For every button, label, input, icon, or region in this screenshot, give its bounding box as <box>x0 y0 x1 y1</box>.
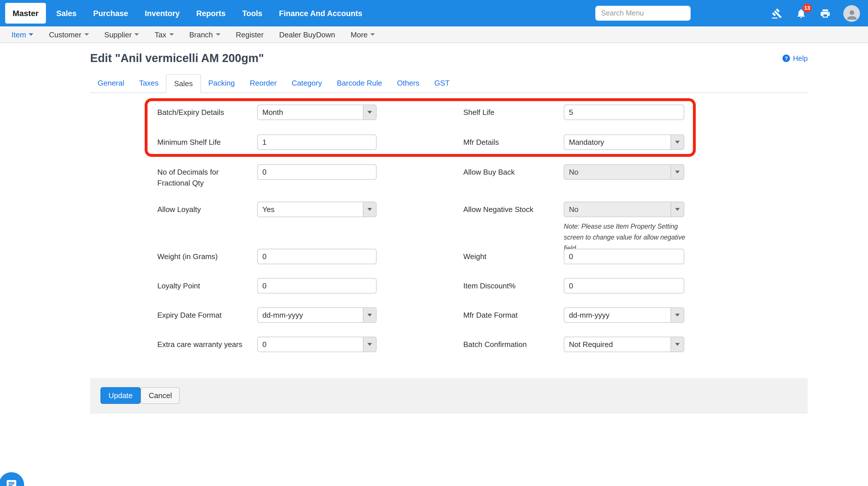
nav-finance-and-accounts[interactable]: Finance And Accounts <box>279 9 363 18</box>
allow-negative-stock-label: Allow Negative Stock <box>463 204 558 215</box>
no-of-decimals-input[interactable] <box>257 164 377 180</box>
expiry-date-format-label: Expiry Date Format <box>157 310 249 320</box>
batch-expiry-details-value: Month <box>258 105 363 119</box>
batch-confirmation-label: Batch Confirmation <box>463 339 558 350</box>
chevron-down-icon[interactable] <box>363 337 376 351</box>
subnav-branch[interactable]: Branch <box>189 30 220 39</box>
notification-badge: 13 <box>803 3 812 12</box>
nav-sales[interactable]: Sales <box>56 9 76 18</box>
tab-others[interactable]: Others <box>390 74 427 92</box>
chat-icon <box>6 479 17 486</box>
main-content: Edit "Anil vermicelli AM 200gm" ? Help G… <box>90 43 808 413</box>
printer-icon[interactable] <box>819 7 831 19</box>
weight-input[interactable] <box>564 249 684 264</box>
subnav-dealer-buydown[interactable]: Dealer BuyDown <box>279 30 335 39</box>
shelf-life-input[interactable] <box>564 105 684 120</box>
chevron-down-icon[interactable] <box>671 308 684 322</box>
allow-negative-stock-select[interactable]: No <box>564 202 684 217</box>
form-row: Allow Loyalty Yes Allow Negative Stock N… <box>90 200 808 248</box>
no-of-decimals-label: No of Decimals for Fractional Qty <box>157 167 249 189</box>
chevron-down-icon[interactable] <box>671 202 684 217</box>
subnav-register[interactable]: Register <box>236 30 264 39</box>
form-row: Minimum Shelf Life Mfr Details Mandatory <box>90 133 808 163</box>
chevron-down-icon[interactable] <box>671 135 684 149</box>
expiry-date-format-value: dd-mm-yyyy <box>258 308 363 322</box>
chat-fab[interactable] <box>0 472 24 486</box>
chevron-down-icon <box>169 33 174 36</box>
form-row: Loyalty Point Item Discount% <box>90 277 808 306</box>
weight-in-grams-label: Weight (in Grams) <box>157 251 249 262</box>
expiry-date-format-select[interactable]: dd-mm-yyyy <box>257 307 377 323</box>
tab-gst[interactable]: GST <box>427 74 457 92</box>
form-row: Extra care warranty years 0 Batch Confir… <box>90 336 808 367</box>
avatar[interactable] <box>843 5 860 22</box>
tab-taxes[interactable]: Taxes <box>132 74 166 92</box>
sub-navbar: Item Customer Supplier Tax Branch Regist… <box>0 26 868 43</box>
tab-category[interactable]: Category <box>284 74 330 92</box>
minimum-shelf-life-input[interactable] <box>257 135 377 150</box>
batch-confirmation-select[interactable]: Not Required <box>564 337 684 352</box>
shelf-life-label: Shelf Life <box>463 107 558 118</box>
help-icon: ? <box>783 55 790 62</box>
help-link[interactable]: ? Help <box>783 54 808 62</box>
mfr-details-value: Mandatory <box>564 135 671 149</box>
tab-general[interactable]: General <box>90 74 132 92</box>
chevron-down-icon[interactable] <box>671 165 684 179</box>
extra-care-warranty-select[interactable]: 0 <box>257 337 377 352</box>
weight-label: Weight <box>463 251 558 262</box>
gavel-icon[interactable] <box>771 7 782 19</box>
nav-reports[interactable]: Reports <box>196 9 226 18</box>
chevron-down-icon <box>84 33 89 36</box>
allow-buy-back-label: Allow Buy Back <box>463 167 558 177</box>
subnav-customer-label: Customer <box>49 30 82 39</box>
subnav-supplier[interactable]: Supplier <box>104 30 139 39</box>
tab-bar: General Taxes Sales Packing Reorder Cate… <box>90 74 808 93</box>
subnav-dealer-buydown-label: Dealer BuyDown <box>279 30 335 39</box>
subnav-item-label: Item <box>11 30 26 39</box>
nav-purchase[interactable]: Purchase <box>93 9 128 18</box>
form-row: Batch/Expiry Details Month Shelf Life <box>90 104 808 133</box>
nav-master[interactable]: Master <box>5 3 46 24</box>
tab-packing[interactable]: Packing <box>201 74 243 92</box>
loyalty-point-input[interactable] <box>257 278 377 293</box>
page-head: Edit "Anil vermicelli AM 200gm" ? Help <box>90 51 808 65</box>
allow-negative-stock-value: No <box>564 202 671 217</box>
extra-care-warranty-label: Extra care warranty years <box>157 339 249 350</box>
weight-in-grams-input[interactable] <box>257 249 377 264</box>
allow-loyalty-select[interactable]: Yes <box>257 202 377 217</box>
page-title: Edit "Anil vermicelli AM 200gm" <box>90 51 264 65</box>
nav-tools[interactable]: Tools <box>242 9 262 18</box>
mfr-date-format-value: dd-mm-yyyy <box>564 308 671 322</box>
chevron-down-icon[interactable] <box>671 337 684 351</box>
cancel-button[interactable]: Cancel <box>141 387 180 404</box>
chevron-down-icon[interactable] <box>363 308 376 322</box>
chevron-down-icon[interactable] <box>363 105 376 119</box>
item-discount-input[interactable] <box>564 278 684 293</box>
chevron-down-icon <box>135 33 139 36</box>
mfr-details-label: Mfr Details <box>463 137 558 148</box>
subnav-tax[interactable]: Tax <box>155 30 174 39</box>
subnav-more[interactable]: More <box>351 30 375 39</box>
allow-loyalty-label: Allow Loyalty <box>157 204 249 215</box>
allow-loyalty-value: Yes <box>258 202 363 217</box>
subnav-customer[interactable]: Customer <box>49 30 89 39</box>
item-discount-label: Item Discount% <box>463 280 558 291</box>
tab-sales[interactable]: Sales <box>166 74 200 93</box>
search-input[interactable] <box>595 6 691 21</box>
chevron-down-icon[interactable] <box>363 202 376 217</box>
tab-barcode-rule[interactable]: Barcode Rule <box>329 74 390 92</box>
mfr-details-select[interactable]: Mandatory <box>564 135 684 150</box>
mfr-date-format-select[interactable]: dd-mm-yyyy <box>564 307 684 323</box>
subnav-branch-label: Branch <box>189 30 213 39</box>
batch-expiry-details-select[interactable]: Month <box>257 105 377 120</box>
help-label: Help <box>793 54 808 62</box>
topnav-right: 13 <box>595 5 868 22</box>
nav-inventory[interactable]: Inventory <box>145 9 180 18</box>
subnav-item[interactable]: Item <box>11 30 34 39</box>
bell-icon[interactable]: 13 <box>795 7 807 19</box>
allow-buy-back-value: No <box>564 165 671 179</box>
allow-buy-back-select[interactable]: No <box>564 164 684 180</box>
update-button[interactable]: Update <box>100 387 141 404</box>
form-row: No of Decimals for Fractional Qty Allow … <box>90 163 808 200</box>
tab-reorder[interactable]: Reorder <box>242 74 284 92</box>
